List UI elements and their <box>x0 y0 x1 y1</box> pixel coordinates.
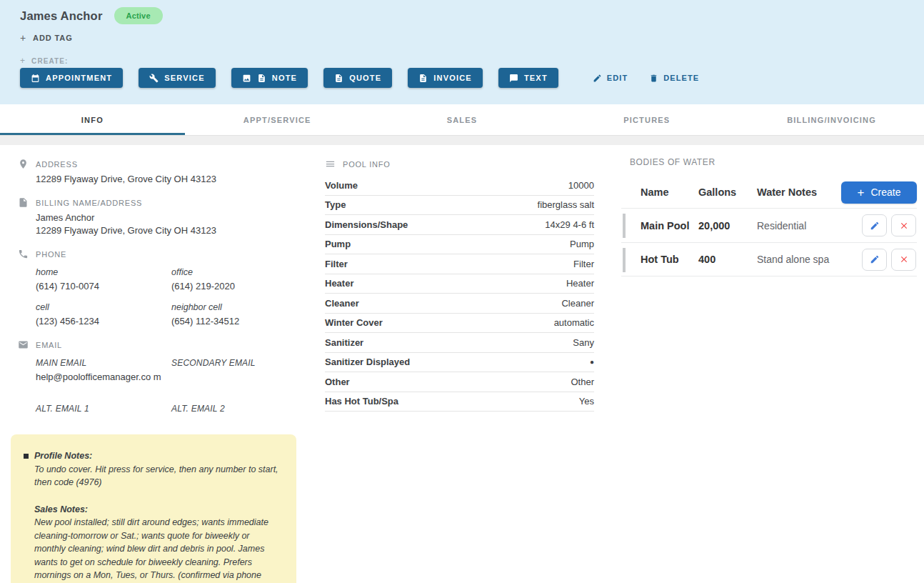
edit-label: EDIT <box>607 74 628 82</box>
phone-entry: neighbor cell (654) 112-34512 <box>171 301 307 328</box>
tab-label: INFO <box>81 116 104 124</box>
profile-notes-body: To undo cover. Hit press for service, th… <box>34 463 282 489</box>
delete-row-button[interactable] <box>891 249 916 271</box>
customer-notes-box: Profile Notes: To undo cover. Hit press … <box>11 434 296 583</box>
email-entry: SECONDARY EMAIL <box>171 357 307 384</box>
close-icon <box>899 221 909 231</box>
bodies-of-water-column: BODIES OF WATER Name Gallons Water Notes… <box>621 157 917 276</box>
create-button-row: APPOINTMENT SERVICE NOTE QUOTE INVOICE <box>20 68 699 88</box>
chat-icon <box>509 74 518 83</box>
create-service-button[interactable]: SERVICE <box>139 68 216 88</box>
tab-shadow-strip <box>0 135 924 145</box>
plus-icon: + <box>20 56 26 66</box>
plus-icon: + <box>20 32 26 44</box>
tab-bar: INFO APPT/SERVICE SALES PICTURES BILLING… <box>0 104 924 135</box>
image-icon <box>242 74 251 83</box>
tab-label: APPT/SERVICE <box>243 116 311 124</box>
plus-icon: + <box>858 186 865 199</box>
section-label: BILLING NAME/ADDRESS <box>36 199 142 207</box>
button-label: APPOINTMENT <box>46 74 112 82</box>
table-row: Has Hot Tub/SpaYes <box>325 392 594 412</box>
pool-info-column: POOL INFO Volume10000 Typefiberglass sal… <box>325 159 594 412</box>
create-note-button[interactable]: NOTE <box>231 68 308 88</box>
email-section: EMAIL MAIN EMAIL help@poolofficemanager.… <box>18 339 307 429</box>
table-row: Volume10000 <box>325 176 594 196</box>
header-actions: EDIT DELETE <box>593 74 699 83</box>
tab-label: PICTURES <box>623 116 670 124</box>
wrench-icon <box>149 74 159 83</box>
phone-entry: cell (123) 456-1234 <box>36 301 171 328</box>
sanitizer-displayed-dot: ● <box>590 358 594 366</box>
edit-row-button[interactable] <box>862 249 887 271</box>
sales-notes-body: New pool installed; still dirt around ed… <box>34 516 282 583</box>
title-row: James Anchor Active <box>20 7 163 24</box>
table-row: PumpPump <box>325 235 594 255</box>
create-appointment-button[interactable]: APPOINTMENT <box>20 68 123 88</box>
table-row: Typefiberglass salt <box>325 196 594 216</box>
tab-sales[interactable]: SALES <box>370 104 555 135</box>
calendar-icon <box>31 74 40 83</box>
billing-section: BILLING NAME/ADDRESS James Anchor 12289 … <box>18 197 307 237</box>
row-accent-bar <box>623 248 626 272</box>
button-label: INVOICE <box>433 74 472 82</box>
tab-info[interactable]: INFO <box>0 104 185 135</box>
phone-entry: home (614) 710-0074 <box>36 266 171 293</box>
email-entry: ALT. EMAIL 1 <box>36 402 171 429</box>
button-label: TEXT <box>524 74 548 82</box>
section-label: ADDRESS <box>36 160 78 169</box>
button-label: QUOTE <box>349 74 381 82</box>
note-icon <box>418 74 428 83</box>
delete-label: DELETE <box>663 74 699 82</box>
create-body-of-water-button[interactable]: + Create <box>841 181 917 204</box>
tab-pictures[interactable]: PICTURES <box>554 104 739 135</box>
pencil-icon <box>593 74 602 83</box>
table-row: Sanitizer Displayed● <box>325 353 594 373</box>
tab-billing-invoicing[interactable]: BILLING/INVOICING <box>739 104 924 135</box>
edit-row-button[interactable] <box>862 214 887 236</box>
add-tag-button[interactable]: + ADD TAG <box>20 32 73 44</box>
billing-name: James Anchor <box>36 211 307 224</box>
email-entry: MAIN EMAIL help@poolofficemanager.co m <box>36 357 171 384</box>
edit-button[interactable]: EDIT <box>593 74 628 83</box>
trash-icon <box>649 74 658 83</box>
table-row: HeaterHeater <box>325 274 594 294</box>
profile-notes-title: Profile Notes: <box>34 449 92 463</box>
section-label: EMAIL <box>36 341 62 349</box>
map-pin-icon <box>18 159 29 169</box>
close-icon <box>899 254 909 264</box>
phone-entry: office (614) 219-2020 <box>171 266 307 293</box>
status-badge: Active <box>114 7 163 24</box>
pencil-icon <box>870 254 880 264</box>
profile-header: James Anchor Active + ADD TAG + CREATE: … <box>0 0 924 104</box>
delete-button[interactable]: DELETE <box>649 74 699 83</box>
create-quote-button[interactable]: QUOTE <box>323 68 392 88</box>
table-row: Main Pool 20,000 Residential <box>621 208 917 242</box>
list-icon <box>325 159 336 169</box>
email-entry: ALT. EMAIL 2 <box>171 402 307 429</box>
tab-label: BILLING/INVOICING <box>787 116 876 124</box>
add-tag-label: ADD TAG <box>33 34 73 42</box>
table-row: Dimensions/Shape14x29 4-6 ft <box>325 215 594 235</box>
column-header-name: Name <box>641 186 698 198</box>
tab-appt-service[interactable]: APPT/SERVICE <box>185 104 370 135</box>
create-label: Create <box>870 186 900 198</box>
phone-section: PHONE home (614) 710-0074 office (614) 2… <box>18 249 307 328</box>
section-label: BODIES OF WATER <box>630 157 917 167</box>
section-label: PHONE <box>36 250 66 259</box>
section-label: POOL INFO <box>343 160 391 169</box>
create-invoice-button[interactable]: INVOICE <box>408 68 483 88</box>
column-header-water-notes: Water Notes <box>757 186 841 198</box>
row-accent-bar <box>623 214 626 238</box>
table-row: CleanerCleaner <box>325 294 594 314</box>
delete-row-button[interactable] <box>891 214 916 236</box>
create-text-button[interactable]: TEXT <box>498 68 558 88</box>
address-section: ADDRESS 12289 Flyaway Drive, Grove City … <box>18 159 307 186</box>
customer-profile-page: James Anchor Active + ADD TAG + CREATE: … <box>0 0 924 583</box>
square-bullet-icon <box>24 454 29 459</box>
button-label: SERVICE <box>164 74 205 82</box>
contact-info-column: ADDRESS 12289 Flyaway Drive, Grove City … <box>18 159 307 441</box>
billing-address: 12289 Flyaway Drive, Grove City OH 43123 <box>36 224 307 237</box>
pencil-icon <box>870 221 880 231</box>
table-row: OtherOther <box>325 372 594 392</box>
tab-label: SALES <box>447 116 478 124</box>
